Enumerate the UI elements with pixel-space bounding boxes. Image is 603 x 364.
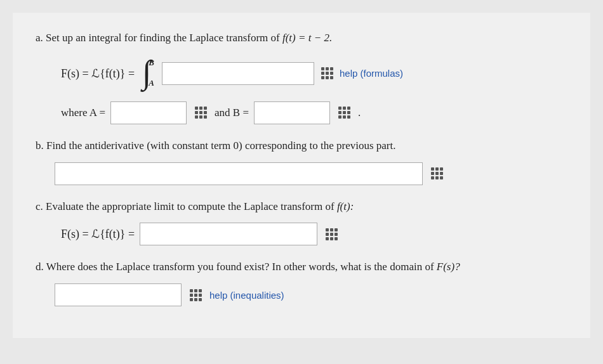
section-c: c. Evaluate the appropriate limit to com… — [36, 199, 567, 246]
value-b-input[interactable] — [254, 101, 330, 124]
section-b: b. Find the antiderivative (with constan… — [36, 138, 567, 185]
integral-symbol-container: ∫ B A — [142, 55, 154, 93]
integral-row: F(s) = ℒ{f(t)} = ∫ B A — [61, 55, 567, 93]
where-row: where A = and B = — [61, 101, 567, 124]
section-c-function: f(t): — [337, 200, 354, 212]
section-a-label: a. Set up an integral for finding the La… — [36, 30, 567, 46]
antiderivative-input[interactable] — [55, 162, 423, 185]
integral-limits: B A — [149, 58, 154, 89]
formula-label-c: F(s) = ℒ{f(t)} = — [61, 227, 135, 241]
section-d-label: d. Where does the Laplace transform you … — [36, 259, 567, 275]
laplace-answer-input[interactable] — [140, 223, 317, 245]
section-b-answer-row — [55, 162, 567, 185]
value-a-input[interactable] — [110, 101, 187, 124]
domain-input[interactable] — [55, 283, 182, 306]
integral-upper-limit: B — [149, 58, 154, 68]
section-a-function: f(t) = t − 2. — [282, 32, 332, 44]
section-c-formula-row: F(s) = ℒ{f(t)} = — [61, 223, 567, 245]
section-d-answer-row: help (inequalities) — [55, 283, 567, 306]
where-a-label: where A = — [61, 107, 105, 119]
formula-grid-icon-a[interactable] — [318, 65, 336, 82]
section-a-text: a. Set up an integral for finding the La… — [36, 32, 280, 44]
formula-grid-icon-a2[interactable] — [192, 104, 209, 122]
section-a: a. Set up an integral for finding the La… — [36, 30, 567, 124]
section-d-function: F(s)? — [437, 261, 460, 273]
formula-grid-icon-d[interactable] — [187, 286, 204, 304]
formula-grid-icon-c[interactable] — [322, 225, 340, 243]
section-d-text: d. Where does the Laplace transform you … — [36, 261, 434, 273]
main-content: a. Set up an integral for finding the La… — [13, 13, 590, 338]
integral-lower-limit: A — [149, 78, 154, 88]
help-formulas-link[interactable]: help (formulas) — [340, 68, 403, 79]
formula-label-a: F(s) = ℒ{f(t)} = — [61, 67, 135, 81]
formula-grid-icon-a3[interactable] — [335, 104, 353, 122]
section-d: d. Where does the Laplace transform you … — [36, 259, 567, 306]
section-b-label: b. Find the antiderivative (with constan… — [36, 138, 567, 153]
help-inequalities-link[interactable]: help (inequalities) — [209, 290, 284, 301]
grid-dots-a — [321, 67, 333, 79]
section-c-label: c. Evaluate the appropriate limit to com… — [36, 199, 567, 214]
and-b-label: and B = — [215, 107, 249, 119]
section-c-text: c. Evaluate the appropriate limit to com… — [36, 200, 335, 212]
period-a: . — [358, 107, 361, 119]
formula-grid-icon-b[interactable] — [428, 165, 446, 183]
integral-input[interactable] — [162, 62, 314, 85]
